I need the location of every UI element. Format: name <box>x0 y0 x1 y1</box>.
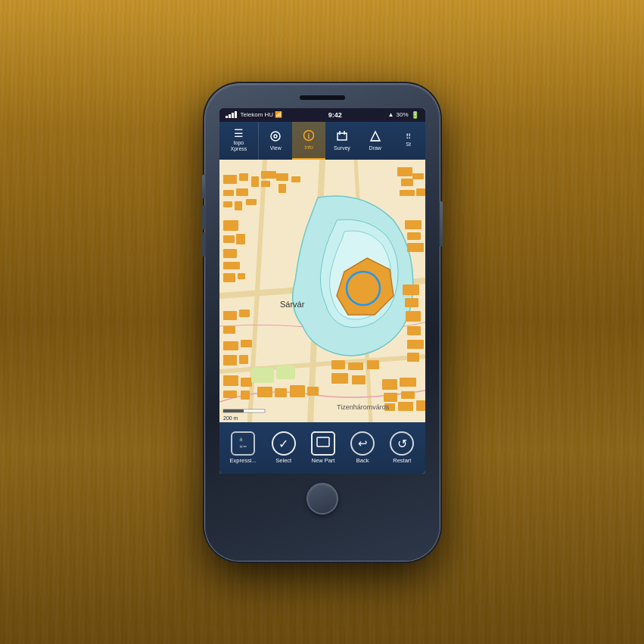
survey-icon <box>336 130 348 145</box>
svg-rect-51 <box>307 387 319 396</box>
view-icon <box>269 130 282 145</box>
new-part-icon <box>311 431 335 456</box>
svg-rect-49 <box>275 388 287 397</box>
speaker-grille <box>300 95 345 100</box>
svg-rect-54 <box>384 393 397 402</box>
svg-rect-24 <box>235 201 242 210</box>
select-label: Select <box>275 457 291 464</box>
svg-rect-70 <box>407 340 424 349</box>
svg-text:Tizenháromváros: Tizenháromváros <box>337 403 390 411</box>
st-icon: ⠿ <box>406 133 411 141</box>
svg-rect-41 <box>405 220 422 229</box>
info-label: Info <box>304 145 313 151</box>
nav-item-survey[interactable]: Survey <box>325 122 359 160</box>
svg-rect-58 <box>416 400 425 411</box>
nav-item-info[interactable]: i Info <box>292 122 325 160</box>
select-checkmark: ✓ <box>278 437 288 451</box>
select-icon: ✓ <box>272 431 296 456</box>
nav-item-st[interactable]: ⠿ St <box>392 122 425 160</box>
svg-rect-57 <box>398 402 413 411</box>
signal-bar-3 <box>232 113 234 118</box>
restart-symbol: ↺ <box>397 437 407 451</box>
svg-rect-47 <box>241 390 250 400</box>
svg-rect-72 <box>331 360 345 369</box>
bottom-item-back[interactable]: ↩ Back <box>346 428 379 467</box>
svg-point-1 <box>274 135 277 138</box>
restart-label: Restart <box>393 457 411 464</box>
svg-rect-53 <box>400 378 416 387</box>
svg-rect-77 <box>251 368 274 383</box>
svg-rect-18 <box>223 190 234 196</box>
svg-rect-38 <box>223 262 240 269</box>
svg-rect-37 <box>223 249 237 258</box>
svg-rect-63 <box>241 340 252 347</box>
svg-rect-22 <box>261 181 270 187</box>
nav-bar: ☰ topoXpress View i <box>219 122 425 160</box>
nav-item-draw[interactable]: Draw <box>359 122 392 160</box>
bottom-item-select[interactable]: ✓ Select <box>267 428 300 467</box>
svg-rect-46 <box>223 390 237 398</box>
back-icon: ↩ <box>350 431 375 456</box>
st-label: St <box>406 142 411 148</box>
location-icon: ▲ <box>388 111 394 118</box>
svg-rect-29 <box>397 167 412 176</box>
svg-rect-76 <box>352 375 366 384</box>
svg-rect-60 <box>239 310 250 317</box>
svg-rect-75 <box>331 373 348 384</box>
svg-rect-71 <box>407 353 419 362</box>
map-canvas: Sárvár Tizenháromváros 200 m 1:5670 <box>219 160 425 422</box>
svg-rect-34 <box>223 220 238 231</box>
expressi-icon: ±×= <box>231 431 255 456</box>
svg-rect-44 <box>223 375 238 386</box>
home-button[interactable] <box>306 483 338 515</box>
svg-rect-59 <box>223 311 237 320</box>
phone-top <box>205 84 440 105</box>
svg-rect-28 <box>278 184 286 193</box>
svg-rect-86 <box>317 437 329 446</box>
svg-point-0 <box>271 132 280 141</box>
draw-label: Draw <box>369 145 381 151</box>
svg-rect-16 <box>223 175 237 184</box>
svg-rect-50 <box>290 385 305 397</box>
signal-bars <box>226 111 237 118</box>
new-part-label: New Part <box>312 457 335 464</box>
status-right: ▲ 30% 🔋 <box>388 111 419 119</box>
nav-item-topo[interactable]: ☰ topoXpress <box>219 122 260 160</box>
svg-rect-48 <box>257 387 272 397</box>
svg-rect-4 <box>338 133 347 140</box>
svg-rect-17 <box>239 173 248 181</box>
signal-bar-4 <box>235 111 237 118</box>
topo-label: topoXpress <box>231 140 247 151</box>
svg-rect-52 <box>382 379 397 390</box>
phone-device: Telekom HU 📶 9:42 ▲ 30% 🔋 ☰ topoXpress <box>205 84 440 561</box>
svg-rect-33 <box>416 188 425 196</box>
svg-rect-36 <box>236 234 245 244</box>
bottom-item-expressi[interactable]: ±×= Expressi... <box>226 428 261 467</box>
svg-rect-73 <box>348 362 363 370</box>
nav-item-view[interactable]: View <box>259 122 292 160</box>
svg-rect-25 <box>246 199 257 205</box>
svg-rect-74 <box>367 360 379 369</box>
view-label: View <box>270 145 282 151</box>
bottom-toolbar: ±×= Expressi... ✓ Select <box>219 422 425 474</box>
svg-rect-27 <box>291 176 300 182</box>
wifi-icon: 📶 <box>275 111 282 118</box>
bottom-item-restart[interactable]: ↺ Restart <box>385 428 418 467</box>
topo-icon: ☰ <box>234 129 244 139</box>
bottom-item-new-part[interactable]: New Part <box>306 428 340 467</box>
svg-rect-55 <box>401 391 415 399</box>
back-symbol: ↩ <box>358 437 368 450</box>
info-icon: i <box>303 129 315 144</box>
phone-bottom <box>306 474 338 522</box>
svg-rect-31 <box>401 179 413 186</box>
svg-rect-78 <box>276 366 295 379</box>
svg-rect-30 <box>412 173 424 179</box>
svg-rect-61 <box>223 326 235 334</box>
svg-rect-40 <box>238 273 245 279</box>
svg-rect-19 <box>236 188 248 196</box>
svg-rect-26 <box>276 173 288 181</box>
battery-label: 30% <box>396 111 408 118</box>
svg-rect-39 <box>223 273 235 282</box>
svg-rect-23 <box>223 201 232 207</box>
svg-rect-67 <box>405 298 418 307</box>
